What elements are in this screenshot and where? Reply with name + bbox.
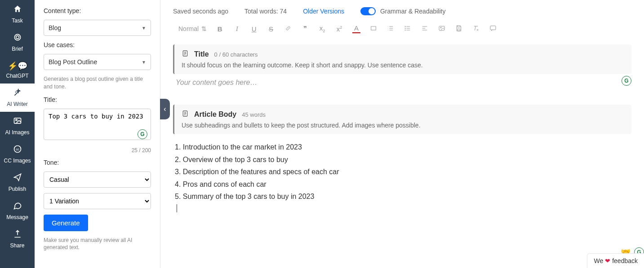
document-icon bbox=[182, 50, 189, 59]
svg-point-11 bbox=[440, 27, 441, 28]
sidebar-item-share[interactable]: Share bbox=[0, 225, 35, 253]
article-line: 2. Overview of the top 3 cars to buy bbox=[175, 154, 630, 166]
clear-format-button[interactable] bbox=[472, 25, 480, 33]
sidebar-item-label: Publish bbox=[9, 186, 26, 192]
content-type-value: Blog bbox=[49, 24, 61, 31]
strike-button[interactable]: S bbox=[267, 25, 275, 33]
tone-label: Tone: bbox=[44, 159, 151, 166]
svg-point-0 bbox=[14, 34, 20, 40]
heading-select[interactable]: Normal ⇅ bbox=[178, 25, 207, 32]
use-cases-select[interactable]: Blog Post Outline ▼ bbox=[44, 54, 151, 70]
ordered-list-button[interactable] bbox=[386, 25, 395, 33]
underline-button[interactable]: U bbox=[250, 25, 258, 33]
title-placeholder: Your content goes here… bbox=[176, 79, 629, 87]
settings-panel: Content type: Blog ▼ Use cases: Blog Pos… bbox=[35, 0, 160, 268]
text-color-button[interactable]: A bbox=[352, 24, 360, 33]
title-input[interactable]: Top 3 cars to buy in 2023 bbox=[44, 109, 151, 140]
highlight-button[interactable] bbox=[369, 25, 378, 33]
saved-status: Saved seconds ago bbox=[173, 8, 228, 15]
tone-select[interactable]: Casual bbox=[44, 171, 151, 188]
content-type-select[interactable]: Blog ▼ bbox=[44, 20, 151, 36]
svg-point-7 bbox=[405, 26, 405, 26]
use-cases-value: Blog Post Outline bbox=[49, 58, 97, 66]
article-line: 3. Description of the features and specs… bbox=[175, 166, 630, 178]
editor-main: Saved seconds ago Total words: 74 Older … bbox=[160, 0, 644, 268]
grammarly-icon[interactable]: G bbox=[622, 76, 631, 86]
svg-text:cc: cc bbox=[16, 147, 19, 151]
home-icon bbox=[13, 4, 22, 16]
grammar-label: Grammar & Readability bbox=[380, 8, 446, 15]
title-card: Title 0 / 60 characters It should focus … bbox=[173, 44, 631, 74]
chat-icon bbox=[13, 201, 22, 212]
title-counter: 25 / 200 bbox=[44, 147, 151, 154]
italic-button[interactable]: I bbox=[233, 25, 241, 33]
sidebar-item-ai-images[interactable]: AI Images bbox=[0, 112, 35, 140]
article-line: 4. Pros and cons of each car bbox=[175, 179, 630, 190]
editor-toolbar: Normal ⇅ B I U S ❞ x2 x2 A bbox=[173, 22, 631, 36]
cc-icon: cc bbox=[13, 145, 22, 156]
feedback-button[interactable]: We ❤ feedback bbox=[587, 253, 644, 268]
wand-icon bbox=[13, 88, 22, 99]
insert-image-button[interactable] bbox=[438, 25, 446, 33]
content-type-label: Content type: bbox=[44, 7, 151, 14]
quote-button[interactable]: ❞ bbox=[301, 25, 309, 33]
superscript-button[interactable]: x2 bbox=[335, 25, 343, 33]
sidebar-item-chatgpt[interactable]: ⚡💬 ChatGPT bbox=[0, 57, 35, 83]
article-card-meta: 45 words bbox=[242, 111, 266, 118]
grammarly-icon[interactable]: G bbox=[138, 129, 147, 139]
title-editor[interactable]: Your content goes here… G bbox=[173, 79, 631, 87]
comment-button[interactable] bbox=[489, 25, 497, 33]
article-line: 1. Introduction to the car market in 202… bbox=[175, 141, 630, 153]
sidebar-item-ai-writer[interactable]: AI Writer bbox=[0, 83, 35, 112]
sidebar-item-brief[interactable]: Brief bbox=[0, 28, 35, 57]
align-button[interactable] bbox=[421, 25, 429, 33]
total-words: Total words: 74 bbox=[244, 8, 287, 15]
sidebar-item-label: Share bbox=[10, 242, 24, 249]
sort-icon: ⇅ bbox=[201, 25, 207, 32]
article-card-hint: Use subheadings and bullets to keep the … bbox=[182, 122, 624, 129]
older-versions-link[interactable]: Older Versions bbox=[303, 8, 344, 15]
title-card-meta: 0 / 60 characters bbox=[214, 51, 258, 58]
sidebar-item-label: AI Writer bbox=[7, 101, 27, 107]
sidebar-item-label: CC Images bbox=[4, 158, 31, 164]
sidebar-item-publish[interactable]: Publish bbox=[0, 168, 35, 197]
save-button[interactable] bbox=[455, 25, 463, 33]
text-cursor bbox=[177, 204, 177, 212]
svg-point-3 bbox=[15, 119, 17, 121]
sidebar: Task Brief ⚡💬 ChatGPT AI Writer AI Image… bbox=[0, 0, 35, 268]
sidebar-item-label: Message bbox=[6, 214, 28, 220]
chevron-down-icon: ▼ bbox=[142, 60, 146, 65]
svg-rect-10 bbox=[439, 26, 444, 30]
review-note: Make sure you manually review all AI gen… bbox=[44, 237, 151, 252]
generate-button[interactable]: Generate bbox=[44, 215, 88, 231]
article-line: 5. Summary of the top 3 cars to buy in 2… bbox=[175, 191, 630, 202]
heart-icon: ❤ bbox=[605, 257, 610, 264]
grammar-toggle[interactable] bbox=[360, 7, 376, 15]
sidebar-item-label: AI Images bbox=[5, 129, 29, 136]
target-icon bbox=[13, 33, 22, 44]
bold-button[interactable]: B bbox=[216, 25, 224, 33]
upload-icon bbox=[13, 229, 22, 241]
use-cases-hint: Generates a blog post outline given a ti… bbox=[44, 75, 151, 91]
sidebar-item-cc-images[interactable]: cc CC Images bbox=[0, 140, 35, 168]
article-editor[interactable]: 1. Introduction to the car market in 202… bbox=[173, 139, 631, 216]
link-button[interactable] bbox=[284, 25, 292, 33]
bolt-chat-icon: ⚡💬 bbox=[8, 61, 27, 71]
topbar: Saved seconds ago Total words: 74 Older … bbox=[173, 7, 631, 15]
use-cases-label: Use cases: bbox=[44, 41, 151, 48]
title-card-hint: It should focus on the learning outcome.… bbox=[182, 62, 624, 69]
document-icon bbox=[182, 110, 189, 119]
subscript-button[interactable]: x2 bbox=[318, 24, 326, 33]
sidebar-item-message[interactable]: Message bbox=[0, 197, 35, 225]
article-card-label: Article Body bbox=[194, 110, 236, 119]
title-label: Title: bbox=[44, 96, 151, 103]
svg-point-8 bbox=[405, 28, 405, 28]
article-card: Article Body 45 words Use subheadings an… bbox=[173, 105, 631, 134]
sidebar-item-task[interactable]: Task bbox=[0, 0, 35, 28]
title-card-label: Title bbox=[194, 50, 209, 58]
svg-point-9 bbox=[405, 30, 405, 30]
send-icon bbox=[13, 173, 22, 184]
variation-select[interactable]: 1 Variation bbox=[44, 193, 151, 209]
sidebar-item-label: ChatGPT bbox=[6, 73, 28, 79]
bullet-list-button[interactable] bbox=[404, 25, 412, 33]
